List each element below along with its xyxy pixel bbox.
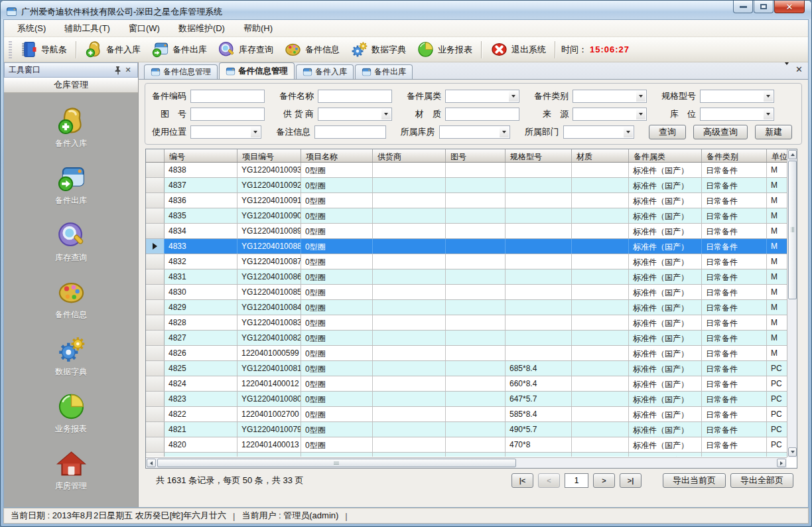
- table-row[interactable]: 4830YG122040100850型圈标准件（国产）日常备件M: [146, 285, 787, 300]
- column-header-3[interactable]: 项目名称: [301, 149, 373, 162]
- column-header-6[interactable]: 规格型号: [506, 149, 572, 162]
- search-select-r2c4[interactable]: [573, 108, 647, 121]
- export-current-page-button[interactable]: 导出当前页: [663, 473, 726, 488]
- tab-close-icon[interactable]: ✕: [795, 65, 803, 74]
- horizontal-scroll-thumb[interactable]: [157, 459, 516, 467]
- scroll-down-icon[interactable]: [788, 447, 797, 457]
- column-header-10[interactable]: 单位: [767, 149, 787, 162]
- table-row[interactable]: 482612204010005990型圈标准件（国产）日常备件M: [146, 346, 787, 361]
- column-header-9[interactable]: 备件类别: [702, 149, 767, 162]
- menu-item-2[interactable]: 辅助工具(T): [55, 20, 119, 37]
- column-header-1[interactable]: 编号: [165, 149, 237, 162]
- table-row[interactable]: 4832YG122040100870型圈标准件（国产）日常备件M: [146, 254, 787, 269]
- table-row[interactable]: 4838YG122040100930型圈标准件（国产）日常备件M: [146, 163, 787, 178]
- table-row[interactable]: 4834YG122040100890型圈标准件（国产）日常备件M: [146, 224, 787, 239]
- menu-item-5[interactable]: 帮助(H): [234, 20, 282, 37]
- table-row[interactable]: 4837YG122040100920型圈标准件（国产）日常备件M: [146, 178, 787, 193]
- search-select-r3c3[interactable]: [439, 125, 510, 139]
- horizontal-scrollbar[interactable]: [146, 457, 787, 468]
- table-row[interactable]: 4827YG122040100820型圈标准件（国产）日常备件M: [146, 331, 787, 346]
- new-button[interactable]: 新建: [755, 125, 792, 139]
- column-header-8[interactable]: 备件属类: [629, 149, 702, 162]
- table-row[interactable]: 4835YG122040100900型圈标准件（国产）日常备件M: [146, 208, 787, 224]
- table-row[interactable]: 4828YG122040100830型圈标准件（国产）日常备件M: [146, 315, 787, 331]
- pin-button[interactable]: [112, 65, 123, 76]
- toolbar-button-data-dict[interactable]: 数据字典: [345, 38, 411, 60]
- toolbar-button-parts-out[interactable]: 备件出库: [146, 38, 212, 60]
- toolbar-button-stock-query[interactable]: 库存查询: [212, 38, 279, 60]
- search-select-r1c4[interactable]: [573, 90, 647, 103]
- table-row[interactable]: 4825YG122040100810型圈685*8.4标准件（国产）日常备件PC: [146, 361, 787, 376]
- toolbar-grip[interactable]: [9, 41, 12, 58]
- search-select-r3c1[interactable]: [190, 125, 261, 139]
- search-input-r2c1[interactable]: [190, 108, 265, 121]
- tab-3[interactable]: 备件入库: [296, 64, 354, 79]
- menu-item-1[interactable]: 系统(S): [8, 20, 55, 37]
- table-row[interactable]: 4833YG122040100880型圈标准件（国产）日常备件M: [146, 239, 787, 254]
- table-row[interactable]: 4831YG122040100860型圈标准件（国产）日常备件M: [146, 269, 787, 285]
- table-row[interactable]: 482012204014000130型圈470*8标准件（国产）日常备件PC: [146, 437, 787, 453]
- vertical-scroll-thumb[interactable]: [788, 161, 797, 299]
- table-row[interactable]: 4823YG122040100800型圈647*5.7标准件（国产）日常备件PC: [146, 392, 787, 407]
- scroll-up-icon[interactable]: [788, 150, 797, 159]
- search-select-r1c3[interactable]: [445, 90, 519, 103]
- toolbar-button-exit[interactable]: 退出系统: [485, 38, 551, 60]
- minimize-button[interactable]: [733, 1, 753, 13]
- tab-1[interactable]: 备件信息管理: [144, 64, 218, 79]
- toolbar-button-parts-in[interactable]: 备件入库: [80, 38, 146, 60]
- search-input-r2c3[interactable]: [445, 108, 519, 121]
- toolbar-button-navbar[interactable]: 导航条: [15, 38, 72, 60]
- next-page-button[interactable]: >: [593, 473, 615, 488]
- column-header-2[interactable]: 项目编号: [237, 149, 301, 162]
- toolbar-button-report[interactable]: 业务报表: [411, 38, 478, 60]
- close-button[interactable]: ✕: [774, 1, 805, 13]
- search-input-r3c2[interactable]: [314, 125, 385, 139]
- table-row[interactable]: 482212204010027000型圈585*8.4标准件（国产）日常备件PC: [146, 407, 787, 422]
- table-row[interactable]: 4821YG122040100790型圈490*5.7标准件（国产）日常备件PC: [146, 422, 787, 437]
- column-header-5[interactable]: 图号: [446, 149, 506, 162]
- sidebar-item-parts-info[interactable]: 备件信息: [4, 273, 138, 325]
- sidebar-item-stock-query[interactable]: 库存查询: [4, 216, 138, 268]
- search-label-r2c1: 图 号: [152, 108, 190, 120]
- search-select-r2c5[interactable]: [700, 108, 774, 121]
- scroll-left-icon[interactable]: [147, 459, 156, 467]
- tab-4[interactable]: 备件出库: [355, 64, 413, 79]
- sidebar-item-warehouse[interactable]: 库房管理: [4, 445, 138, 496]
- table-row[interactable]: 4829YG122040100840型圈标准件（国产）日常备件M: [146, 300, 787, 315]
- search-select-r3c4[interactable]: [563, 125, 634, 139]
- table-cell: 日常备件: [702, 422, 767, 437]
- table-cell: 标准件（国产）: [629, 392, 702, 406]
- scroll-right-icon[interactable]: [777, 459, 786, 467]
- menu-item-4[interactable]: 数据维护(D): [169, 20, 234, 37]
- query-button[interactable]: 查询: [649, 125, 686, 139]
- vertical-scrollbar[interactable]: [787, 149, 797, 457]
- sidebar-item-data-dict[interactable]: 数据字典: [4, 331, 138, 382]
- sidebar-item-parts-out[interactable]: 备件出库: [4, 159, 138, 211]
- sidebar-close-button[interactable]: ✕: [123, 65, 133, 76]
- prev-page-button[interactable]: <: [538, 473, 560, 488]
- search-select-r2c2[interactable]: [318, 108, 392, 121]
- sidebar-item-report[interactable]: 业务报表: [4, 388, 138, 439]
- table-row[interactable]: 4836YG122040100910型圈标准件（国产）日常备件M: [146, 193, 787, 208]
- column-header-7[interactable]: 材质: [572, 149, 629, 162]
- first-page-button[interactable]: |<: [511, 473, 533, 488]
- maximize-button[interactable]: [754, 1, 774, 13]
- export-all-pages-button[interactable]: 导出全部页: [730, 473, 793, 488]
- search-input-r1c2[interactable]: [318, 90, 392, 103]
- sidebar-item-parts-in[interactable]: 备件入库: [4, 102, 138, 154]
- tab-2[interactable]: 备件信息管理: [219, 62, 295, 79]
- row-selector-cell: [146, 300, 165, 315]
- menu-item-3[interactable]: 窗口(W): [119, 20, 169, 37]
- advanced-query-button[interactable]: 高级查询: [693, 125, 748, 139]
- search-input-r1c1[interactable]: [190, 90, 265, 103]
- last-page-button[interactable]: >|: [620, 473, 642, 488]
- toolbar-separator: [76, 41, 76, 58]
- table-row[interactable]: 482412204014000120型圈660*8.4标准件（国产）日常备件PC: [146, 376, 787, 392]
- page-number-input[interactable]: [565, 473, 588, 488]
- column-header-4[interactable]: 供货商: [373, 149, 446, 162]
- toolbar-button-parts-info[interactable]: 备件信息: [279, 38, 345, 60]
- table-row[interactable]: 0型圈标准件（国产）日常备件: [146, 453, 787, 457]
- search-select-r1c5[interactable]: [700, 90, 774, 103]
- tab-list-dropdown-icon[interactable]: [785, 66, 789, 73]
- title-bar[interactable]: 广州爱奇迪软件科技有限公司-深田之星仓库管理系统 ✕: [1, 1, 811, 19]
